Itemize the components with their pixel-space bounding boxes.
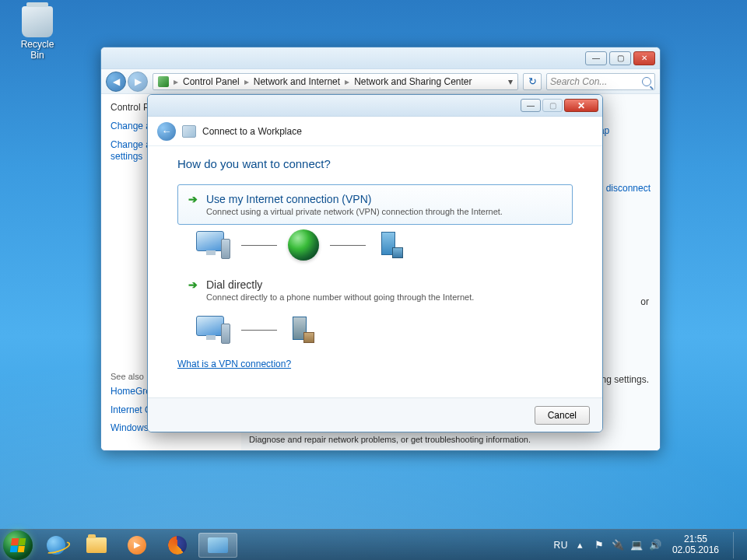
chevron-icon: ▸ [174, 76, 178, 87]
recycle-bin-desktop-icon[interactable]: Recycle Bin [14, 6, 61, 61]
start-button[interactable] [3, 530, 33, 560]
clock-date: 02.05.2016 [672, 545, 719, 556]
option-dial-desc: Connect directly to a phone number witho… [206, 292, 563, 302]
taskbar: ▶ RU ▴ ⚑ 🔌 💻 🔊 21:55 02.05.2016 [0, 529, 747, 560]
volume-icon[interactable]: 🔊 [649, 539, 661, 551]
vpn-illustration [196, 229, 573, 261]
recycle-bin-label: Recycle Bin [14, 39, 61, 61]
taskbar-media-player[interactable]: ▶ [117, 533, 156, 558]
forward-button[interactable]: ▶ [128, 72, 148, 92]
breadcrumb-item[interactable]: Network and Internet [254, 76, 340, 87]
computer-icon [196, 231, 230, 259]
clock[interactable]: 21:55 02.05.2016 [668, 534, 724, 556]
computer-icon [196, 316, 230, 344]
language-indicator[interactable]: RU [554, 540, 568, 551]
dialog-header: ← Connect to a Workplace [148, 117, 602, 146]
dialog-title: Connect to a Workplace [202, 126, 302, 137]
back-button[interactable]: ◀ [106, 72, 126, 92]
folder-icon [86, 537, 107, 553]
dialog-back-button[interactable]: ← [157, 122, 176, 141]
taskbar-firefox[interactable] [158, 533, 197, 558]
dropdown-chevron-icon[interactable]: ▾ [508, 76, 513, 87]
dialog-maximize-button: ▢ [542, 99, 563, 112]
arrow-right-icon: ➔ [188, 194, 198, 205]
network-icon [158, 76, 169, 87]
search-input[interactable]: Search Con... [546, 73, 655, 90]
option-vpn-title: Use my Internet connection (VPN) [206, 193, 371, 205]
maximize-button[interactable]: ▢ [609, 51, 631, 65]
breadcrumb-item[interactable]: Control Panel [183, 76, 240, 87]
navigation-bar: ◀ ▶ ▸ Control Panel ▸ Network and Intern… [101, 69, 660, 94]
close-button[interactable]: ✕ [633, 51, 655, 65]
taskbar-network-center[interactable] [198, 533, 237, 558]
ie-icon [47, 536, 65, 555]
media-player-icon: ▶ [128, 536, 146, 555]
chevron-icon: ▸ [345, 76, 349, 87]
arrow-right-icon: ➔ [188, 279, 198, 290]
vpn-help-link[interactable]: What is a VPN connection? [177, 359, 291, 369]
workplace-icon [182, 125, 196, 138]
breadcrumb-item[interactable]: Network and Sharing Center [354, 76, 472, 87]
dialog-question: How do you want to connect? [177, 157, 573, 170]
firefox-icon [168, 536, 187, 555]
control-panel-titlebar: — ▢ ✕ [101, 47, 660, 69]
recycle-bin-icon [22, 6, 53, 37]
dialog-titlebar: — ▢ ✕ [148, 95, 602, 117]
or-text: or [640, 296, 649, 307]
chevron-icon: ▸ [244, 76, 249, 87]
network-tray-icon[interactable]: 💻 [630, 539, 643, 551]
option-vpn[interactable]: ➔ Use my Internet connection (VPN) Conne… [177, 184, 573, 225]
network-center-icon [208, 537, 228, 553]
minimize-button[interactable]: — [585, 51, 607, 65]
option-dial[interactable]: ➔ Dial directly Connect directly to a ph… [177, 270, 573, 310]
search-placeholder: Search Con... [550, 76, 607, 87]
dialog-minimize-button[interactable]: — [521, 99, 541, 112]
search-icon [642, 77, 651, 86]
footer-text: Diagnose and repair network problems, or… [249, 435, 531, 444]
taskbar-explorer[interactable] [77, 533, 116, 558]
clock-time: 21:55 [672, 534, 719, 545]
dialog-close-button[interactable]: ✕ [564, 99, 598, 112]
server-icon [288, 315, 319, 345]
action-center-icon[interactable]: ⚑ [593, 539, 605, 551]
address-bar[interactable]: ▸ Control Panel ▸ Network and Internet ▸… [153, 73, 518, 90]
windows-logo-icon [10, 538, 26, 552]
taskbar-ie[interactable] [37, 533, 75, 558]
option-vpn-desc: Connect using a virtual private network … [206, 207, 563, 216]
show-desktop-button[interactable] [733, 532, 741, 558]
refresh-button[interactable]: ↻ [523, 73, 542, 90]
power-icon[interactable]: 🔌 [612, 539, 624, 551]
option-dial-title: Dial directly [206, 278, 262, 291]
server-icon [377, 230, 408, 260]
connect-workplace-dialog: — ▢ ✕ ← Connect to a Workplace How do yo… [147, 94, 603, 432]
globe-icon [288, 229, 319, 261]
dial-illustration [196, 315, 573, 345]
show-hidden-icons[interactable]: ▴ [574, 539, 587, 551]
system-tray: RU ▴ ⚑ 🔌 💻 🔊 21:55 02.05.2016 [554, 532, 744, 558]
cancel-button[interactable]: Cancel [535, 406, 590, 425]
